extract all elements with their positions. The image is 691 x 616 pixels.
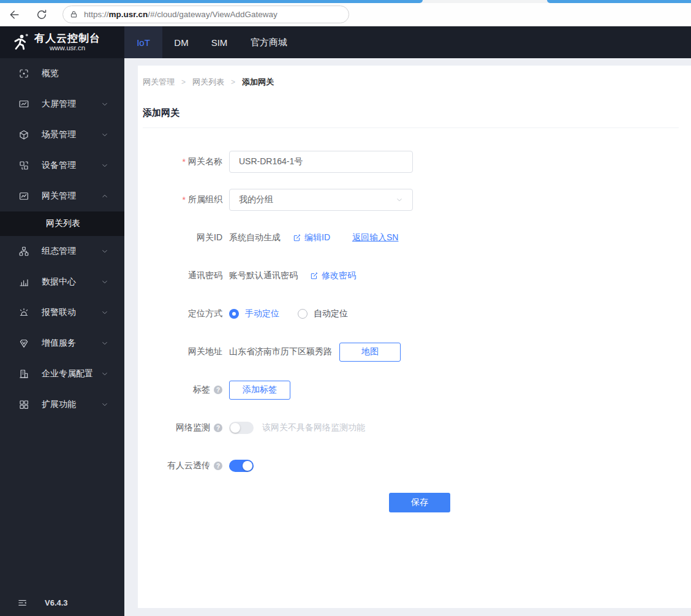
save-button[interactable]: 保存 (389, 493, 450, 512)
network-monitor-hint: 该网关不具备网络监测功能 (262, 422, 365, 433)
sidebar-item-增值服务[interactable]: 增值服务 (0, 328, 124, 359)
gateway-name-row: *网关名称 (143, 151, 679, 173)
gateway-address-value: 山东省济南市历下区颖秀路 (229, 346, 332, 357)
breadcrumb-item-网关管理[interactable]: 网关管理 (143, 77, 175, 88)
sidebar-item-设备管理[interactable]: 设备管理 (0, 150, 124, 181)
network-monitor-label: 网络监测? (143, 422, 222, 433)
browser-top-strip (0, 0, 691, 3)
nav-tab-官方商城[interactable]: 官方商城 (238, 26, 300, 58)
page-title: 添加网关 (143, 107, 679, 119)
version-label: V6.4.3 (45, 598, 68, 607)
edit-id-link[interactable]: 编辑ID (293, 232, 330, 243)
browser-strip-right (547, 0, 691, 3)
sidebar-item-大屏管理[interactable]: 大屏管理 (0, 89, 124, 120)
network-monitor-toggle[interactable] (229, 422, 254, 434)
sidebar-item-数据中心[interactable]: 数据中心 (0, 267, 124, 297)
sidebar-item-label: 网关管理 (42, 191, 101, 202)
chevron-down-icon (101, 370, 108, 378)
radio-selected[interactable] (229, 309, 239, 319)
enterprise-icon (18, 368, 29, 379)
back-arrow-icon[interactable] (9, 9, 21, 21)
collapse-menu-icon[interactable] (17, 598, 28, 608)
value-added-icon (18, 338, 29, 349)
refresh-icon[interactable] (36, 9, 48, 21)
brand-subtitle: www.usr.cn (50, 44, 85, 52)
lock-icon (69, 10, 78, 19)
sidebar-item-扩展功能[interactable]: 扩展功能 (0, 389, 124, 420)
sidebar-item-企业专属配置[interactable]: 企业专属配置 (0, 359, 124, 389)
back-to-sn-link[interactable]: 返回输入SN (352, 232, 398, 243)
nav-tab-IoT[interactable]: IoT (124, 26, 162, 58)
scada-icon (18, 246, 29, 257)
network-monitor-row: 网络监测? 该网关不具备网络监测功能 (143, 417, 679, 439)
add-tag-button[interactable]: 添加标签 (229, 381, 290, 400)
chevron-down-icon (101, 101, 108, 108)
location-mode-label: 定位方式 (143, 308, 222, 319)
sidebar-item-label: 报警联动 (42, 307, 101, 318)
chevron-down-icon (101, 401, 108, 408)
gateway-address-row: 网关地址 山东省济南市历下区颖秀路 地图 (143, 341, 679, 363)
chevron-down-icon (101, 278, 108, 286)
sidebar-item-概览[interactable]: 概览 (0, 58, 124, 89)
sidebar-item-label: 设备管理 (42, 160, 101, 171)
breadcrumb-item-网关列表[interactable]: 网关列表 (192, 77, 224, 88)
help-icon[interactable]: ? (214, 386, 222, 394)
browser-toolbar: https://mp.usr.cn/#/cloud/gateway/ViewAd… (0, 3, 691, 26)
cloud-passthrough-toggle[interactable] (229, 460, 254, 472)
browser-strip-left (0, 0, 423, 3)
sidebar-item-场景管理[interactable]: 场景管理 (0, 120, 124, 150)
nav-tab-SIM[interactable]: SIM (200, 26, 238, 58)
edit-icon (293, 234, 301, 242)
topnav: IoTDMSIM官方商城 (124, 26, 691, 58)
radio-unselected[interactable] (298, 309, 308, 319)
device-icon (18, 160, 29, 171)
help-icon[interactable]: ? (214, 462, 222, 470)
location-mode-row: 定位方式 手动定位自动定位 (143, 303, 679, 325)
gateway-id-value: 系统自动生成 (229, 232, 281, 243)
organization-selected-value: 我的分组 (239, 194, 396, 205)
tags-row: 标签? 添加标签 (143, 379, 679, 401)
extension-icon (18, 399, 29, 410)
sidebar-item-label: 大屏管理 (42, 99, 101, 110)
data-center-icon (18, 276, 29, 287)
required-mark: * (183, 157, 186, 167)
sidebar-item-报警联动[interactable]: 报警联动 (0, 297, 124, 328)
location-option-手动定位[interactable]: 手动定位 (229, 308, 279, 319)
chevron-down-icon (101, 309, 108, 316)
location-option-自动定位[interactable]: 自动定位 (298, 308, 348, 319)
sidebar-item-label: 场景管理 (42, 129, 101, 140)
chevron-down-icon (101, 248, 108, 255)
alarm-icon (18, 307, 29, 318)
breadcrumb-separator: > (231, 78, 235, 86)
gateway-icon (18, 191, 29, 202)
sidebar: 有人云控制台 www.usr.cn 概览大屏管理场景管理设备管理网关管理网关列表… (0, 26, 124, 616)
gateway-name-input[interactable] (229, 151, 413, 173)
nav-tab-DM[interactable]: DM (162, 26, 200, 58)
usr-logo-icon (11, 33, 29, 51)
brand: 有人云控制台 www.usr.cn (34, 32, 100, 52)
chevron-down-icon (396, 196, 403, 203)
radio-label[interactable]: 自动定位 (314, 308, 348, 319)
sidebar-item-label: 组态管理 (42, 246, 101, 257)
overview-icon (18, 68, 29, 79)
map-button[interactable]: 地图 (339, 343, 401, 362)
sidebar-item-label: 企业专属配置 (42, 368, 101, 379)
save-row: 保存 (389, 493, 679, 512)
address-bar[interactable]: https://mp.usr.cn/#/cloud/gateway/ViewAd… (62, 6, 349, 23)
edit-icon (310, 272, 319, 280)
radio-label[interactable]: 手动定位 (245, 308, 279, 319)
toggle-knob (230, 423, 240, 433)
sidebar-item-组态管理[interactable]: 组态管理 (0, 236, 124, 267)
add-gateway-form: *网关名称 *所属组织 我的分组 (143, 151, 679, 512)
sidebar-footer: V6.4.3 (0, 591, 124, 614)
change-password-link[interactable]: 修改密码 (310, 270, 356, 281)
url-text: https://mp.usr.cn/#/cloud/gateway/ViewAd… (84, 10, 278, 19)
organization-row: *所属组织 我的分组 (143, 189, 679, 211)
sidebar-subitem-网关列表[interactable]: 网关列表 (0, 211, 124, 236)
tags-label: 标签? (143, 384, 222, 395)
breadcrumb-item-添加网关: 添加网关 (242, 77, 274, 88)
divider (143, 127, 679, 128)
organization-select[interactable]: 我的分组 (229, 189, 413, 211)
help-icon[interactable]: ? (214, 424, 222, 432)
sidebar-item-网关管理[interactable]: 网关管理 (0, 181, 124, 211)
